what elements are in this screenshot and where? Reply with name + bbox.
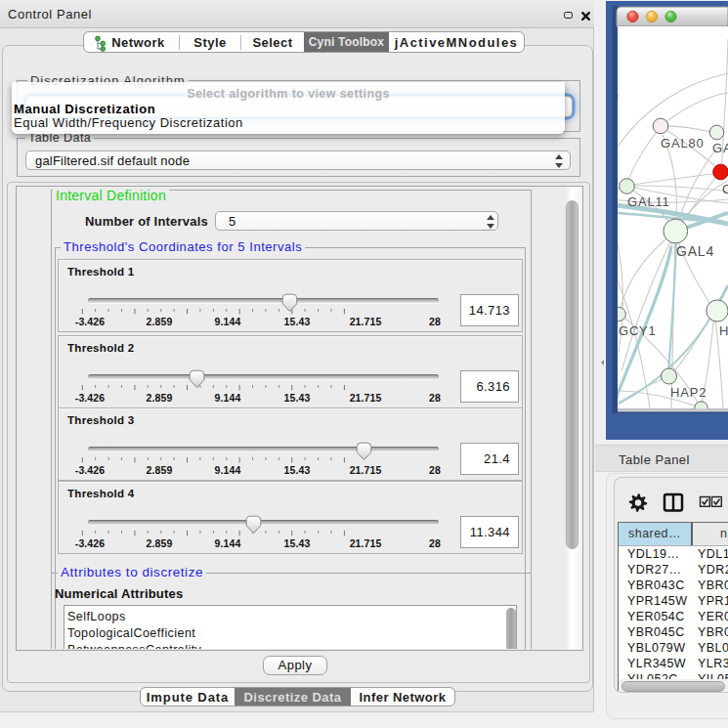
svg-text:HAP2: HAP2 xyxy=(670,385,707,400)
svg-text:H: H xyxy=(719,323,728,338)
svg-text:GAL4: GAL4 xyxy=(676,243,714,259)
svg-text:GAL11: GAL11 xyxy=(627,194,670,209)
svg-text:GCY1: GCY1 xyxy=(619,323,657,338)
svg-text:GA: GA xyxy=(712,141,728,155)
svg-text:GAL80: GAL80 xyxy=(661,136,704,150)
svg-text:C: C xyxy=(722,182,728,196)
